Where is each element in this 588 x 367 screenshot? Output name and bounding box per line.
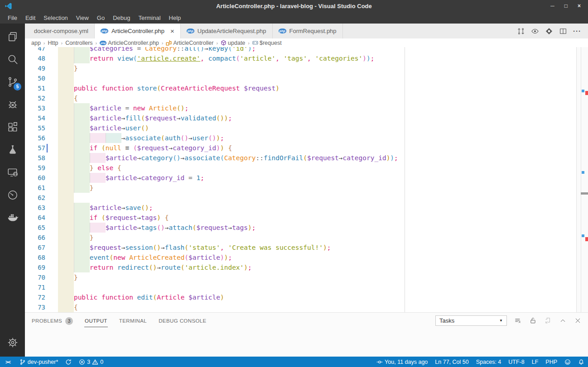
panel-tab-debug-console[interactable]: DEBUG CONSOLE (158, 314, 207, 327)
breadcrumb-Http[interactable]: Http (48, 40, 58, 46)
code-line-54[interactable]: 54$article→fill($request→validated()); (25, 113, 574, 123)
tab-close-icon[interactable]: × (170, 28, 174, 34)
code-line-72[interactable]: 72public function edit(Article $article) (25, 292, 574, 302)
maximize-button[interactable]: □ (564, 3, 568, 9)
editor-action-split-editor-icon[interactable] (559, 27, 568, 36)
editor-action-gitlens-diff-icon[interactable] (545, 27, 554, 36)
line-number[interactable]: 52 (25, 93, 45, 103)
feedback-smiley[interactable] (561, 357, 574, 367)
code-line-50[interactable]: 50 (25, 73, 574, 83)
line-number[interactable]: 67 (25, 243, 45, 253)
tab-FormRequest.php[interactable]: phpFormRequest.php (273, 24, 343, 38)
line-number[interactable]: 55 (25, 123, 45, 133)
panel-tab-terminal[interactable]: TERMINAL (119, 314, 147, 327)
code-line-70[interactable]: 70} (25, 272, 574, 282)
menu-item-view[interactable]: View (72, 13, 93, 23)
code-line-57[interactable]: 57if (null ≡ ($request→category_id)) { (25, 143, 574, 153)
panel-tab-output[interactable]: OUTPUT (84, 314, 108, 327)
sync-status[interactable] (62, 357, 75, 367)
line-number[interactable]: 63 (25, 203, 45, 213)
activity-docker-icon[interactable] (0, 206, 25, 229)
tab-UpdateArticleRequest.php[interactable]: phpUpdateArticleRequest.php (181, 24, 273, 38)
line-number[interactable]: 69 (25, 262, 45, 272)
activity-extensions-icon[interactable] (0, 116, 25, 138)
code-line-59[interactable]: 59} else { (25, 163, 574, 173)
line-number[interactable]: 54 (25, 113, 45, 123)
activity-settings-gear-icon[interactable] (0, 331, 25, 354)
code-line-60[interactable]: 60$article→category_id = 1; (25, 173, 574, 183)
code-line-69[interactable]: 69return redirect()→route('article.index… (25, 262, 574, 272)
line-number[interactable]: 62 (25, 193, 45, 203)
menu-item-file[interactable]: File (4, 13, 21, 23)
code-line-73[interactable]: 73{ (25, 302, 574, 312)
code-line-68[interactable]: 68event(new ArticleCreated($article)); (25, 253, 574, 262)
remote-window-button[interactable]: >< (0, 357, 16, 367)
menu-item-go[interactable]: Go (93, 13, 109, 23)
panel-action-maximize-panel-icon[interactable] (559, 317, 567, 325)
line-number[interactable]: 49 (25, 63, 45, 73)
encoding[interactable]: UTF-8 (505, 357, 528, 367)
close-button[interactable]: × (578, 3, 581, 9)
editor-action-gitlens-blame-eye-icon[interactable] (530, 27, 540, 36)
breadcrumb-ArticleController.php[interactable]: phpArticleController.php (100, 40, 159, 46)
code-line-65[interactable]: 65$article→tags()→attach($request→tags); (25, 223, 574, 233)
problems-status[interactable]: 30 (75, 357, 107, 367)
indentation[interactable]: Spaces: 4 (472, 357, 505, 367)
activity-test-flask-icon[interactable] (0, 138, 25, 161)
code-line-63[interactable]: 63$article→save(); (25, 203, 574, 213)
code-line-71[interactable]: 71 (25, 282, 574, 292)
menu-item-help[interactable]: Help (165, 13, 185, 23)
code-line-51[interactable]: 51public function store(CreateArticleReq… (25, 83, 574, 93)
panel-action-unlock-icon[interactable] (529, 317, 537, 325)
code-line-58[interactable]: 58$article→category()→associate(Category… (25, 153, 574, 163)
code-line-49[interactable]: 49} (25, 63, 574, 73)
code-line-48[interactable]: 48return view('article.create', compact(… (25, 53, 574, 63)
line-number[interactable]: 68 (25, 253, 45, 262)
line-number[interactable]: 57 (25, 143, 45, 153)
line-number[interactable]: 70 (25, 272, 45, 282)
line-number[interactable]: 56 (25, 133, 45, 143)
line-number[interactable]: 53 (25, 103, 45, 113)
code-editor[interactable]: 47$categories = Category::all()→keyBy('i… (25, 47, 588, 312)
tasks-select[interactable]: Tasks ▼ (435, 315, 507, 326)
code-line-66[interactable]: 66} (25, 233, 574, 243)
language-mode[interactable]: PHP (542, 357, 561, 367)
line-number[interactable]: 71 (25, 282, 45, 292)
code-line-55[interactable]: 55$article→user() (25, 123, 574, 133)
panel-action-clear-output-icon[interactable] (514, 317, 522, 325)
menu-item-terminal[interactable]: Terminal (134, 13, 164, 23)
tab-ArticleController.php[interactable]: phpArticleController.php× (95, 24, 181, 38)
code-line-62[interactable]: 62 (25, 193, 574, 203)
breadcrumb-update[interactable]: update (221, 40, 245, 46)
line-number[interactable]: 73 (25, 302, 45, 312)
gitlens-blame-status[interactable]: You, 11 days ago (373, 357, 431, 367)
code-line-67[interactable]: 67$request→session()→flash('status', 'Cr… (25, 243, 574, 253)
menu-item-debug[interactable]: Debug (109, 13, 134, 23)
panel-output-body[interactable] (25, 329, 588, 357)
activity-explorer-icon[interactable] (0, 25, 25, 48)
tab-docker-compose.yml[interactable]: docker-compose.yml (25, 24, 95, 38)
eol[interactable]: LF (528, 357, 542, 367)
code-line-56[interactable]: 56→associate(auth()→user()); (25, 133, 574, 143)
line-number[interactable]: 61 (25, 183, 45, 193)
code-line-47[interactable]: 47$categories = Category::all()→keyBy('i… (25, 47, 574, 53)
line-number[interactable]: 48 (25, 53, 45, 63)
code-line-64[interactable]: 64if ($request→tags) { (25, 213, 574, 223)
editor-action-gitlens-compare-icon[interactable] (516, 27, 525, 36)
overview-ruler-scrollbar[interactable] (576, 47, 588, 312)
breadcrumb-ArticleController[interactable]: ArticleController (166, 40, 213, 46)
line-number[interactable]: 66 (25, 233, 45, 243)
activity-search-icon[interactable] (0, 48, 25, 71)
line-number[interactable]: 60 (25, 173, 45, 183)
line-number[interactable]: 51 (25, 83, 45, 93)
breadcrumb-Controllers[interactable]: Controllers (65, 40, 92, 46)
code-line-61[interactable]: 61} (25, 183, 574, 193)
menu-item-selection[interactable]: Selection (39, 13, 72, 23)
menu-item-edit[interactable]: Edit (21, 13, 39, 23)
breadcrumb-$request[interactable]: $request (252, 40, 282, 46)
git-branch-status[interactable]: dev-pusher* (16, 357, 62, 367)
line-number[interactable]: 64 (25, 213, 45, 223)
notifications-bell[interactable] (574, 357, 588, 367)
line-number[interactable]: 65 (25, 223, 45, 233)
cursor-position[interactable]: Ln 77, Col 50 (431, 357, 472, 367)
